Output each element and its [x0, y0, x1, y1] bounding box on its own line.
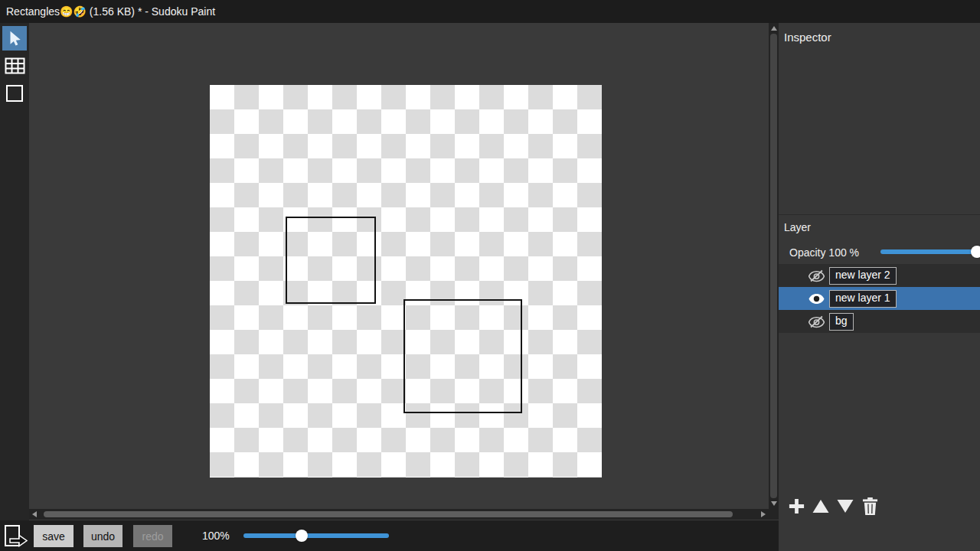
scroll-left-button[interactable] — [29, 509, 40, 520]
vertical-scrollbar-thumb[interactable] — [770, 34, 777, 498]
window-title: Rectangles😁🤣 (1.56 KB) * - Sudoku Paint — [6, 5, 215, 18]
trash-icon — [862, 497, 878, 515]
tool-panel — [0, 23, 29, 520]
layer-section-title: Layer — [784, 221, 811, 233]
layer-list: new layer 2 new layer 1 bg — [779, 264, 980, 333]
tool-select[interactable] — [2, 26, 27, 51]
scroll-right-arrow-icon — [761, 511, 766, 517]
visibility-toggle[interactable] — [806, 267, 826, 284]
eye-off-icon — [808, 269, 825, 282]
scrollbar-corner — [769, 509, 779, 520]
horizontal-scrollbar-thumb[interactable] — [44, 511, 733, 517]
rectangle-icon — [5, 84, 24, 103]
scroll-down-button[interactable] — [769, 498, 779, 509]
tool-grid[interactable] — [2, 54, 27, 78]
save-button[interactable]: save — [34, 525, 74, 547]
tool-rectangle[interactable] — [2, 81, 27, 106]
scroll-up-arrow-icon — [771, 26, 777, 31]
inspector-title: Inspector — [784, 31, 831, 44]
opacity-label: Opacity 100 % — [789, 246, 859, 259]
layer-row-new-layer-1[interactable]: new layer 1 — [779, 287, 980, 310]
zoom-slider[interactable] — [243, 533, 389, 538]
layer-actions — [785, 494, 883, 517]
title-bar: Rectangles😁🤣 (1.56 KB) * - Sudoku Paint — [0, 0, 980, 23]
section-divider — [779, 214, 980, 215]
visibility-toggle[interactable] — [806, 290, 826, 307]
plus-icon — [788, 497, 805, 515]
drawn-rectangle — [286, 217, 376, 304]
triangle-up-icon — [812, 498, 830, 514]
drawn-rectangle — [403, 299, 522, 413]
export-icon — [4, 524, 28, 547]
undo-button[interactable]: undo — [83, 525, 122, 547]
opacity-slider[interactable] — [880, 249, 977, 254]
scroll-left-arrow-icon — [32, 511, 37, 517]
layer-name[interactable]: new layer 1 — [829, 290, 897, 308]
scroll-right-button[interactable] — [758, 509, 769, 520]
layer-name[interactable]: new layer 2 — [829, 267, 897, 285]
visibility-toggle[interactable] — [806, 313, 826, 330]
inspector-panel: Inspector Layer Opacity 100 % new layer … — [779, 23, 980, 551]
zoom-level: 100% — [202, 530, 230, 542]
export-button[interactable] — [4, 524, 27, 547]
triangle-down-icon — [836, 498, 854, 514]
vertical-scrollbar[interactable] — [769, 23, 779, 509]
scroll-down-arrow-icon — [771, 501, 777, 506]
canvas-area[interactable] — [29, 23, 769, 509]
canvas[interactable] — [210, 85, 602, 478]
zoom-slider-knob[interactable] — [296, 530, 308, 542]
bottom-bar: save undo redo 100% — [0, 520, 779, 551]
layer-row-new-layer-2[interactable]: new layer 2 — [779, 264, 980, 287]
grid-icon — [5, 56, 25, 76]
add-layer-button[interactable] — [785, 494, 808, 517]
opacity-slider-knob[interactable] — [971, 246, 980, 258]
delete-layer-button[interactable] — [858, 494, 881, 517]
move-layer-down-button[interactable] — [834, 494, 857, 517]
eye-off-icon — [808, 315, 825, 328]
redo-button[interactable]: redo — [133, 525, 172, 547]
layer-row-bg[interactable]: bg — [779, 310, 980, 333]
cursor-icon — [6, 30, 23, 47]
move-layer-up-button[interactable] — [809, 494, 832, 517]
horizontal-scrollbar[interactable] — [29, 509, 769, 520]
layer-name[interactable]: bg — [829, 313, 854, 331]
eye-icon — [808, 293, 825, 305]
scroll-up-button[interactable] — [769, 23, 779, 34]
